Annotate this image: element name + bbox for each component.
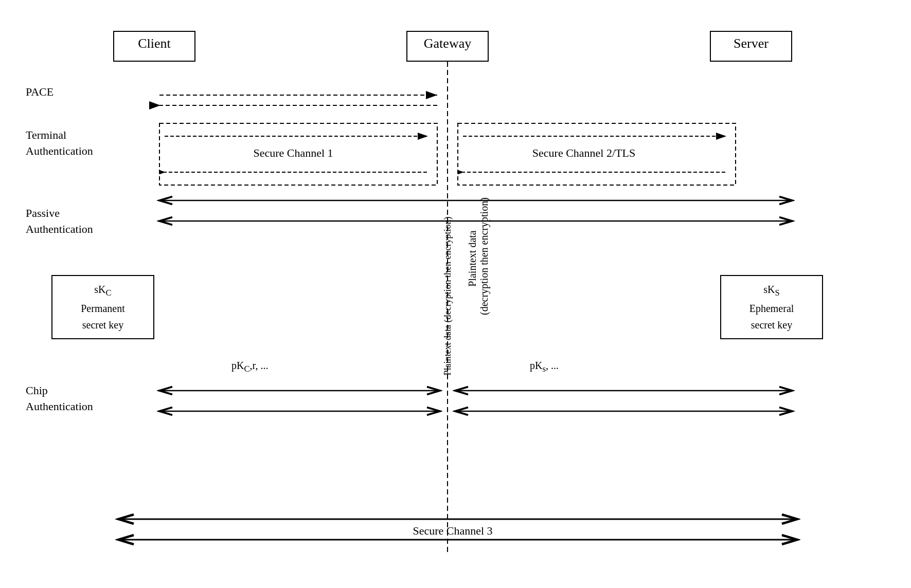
diagram-container: Client Gateway Server PACE TerminalAuthe… (0, 0, 911, 588)
plaintext-rotated-label: Plaintext data (decryption then encrypti… (432, 216, 463, 380)
pks-label: pKs, ... (530, 360, 559, 374)
sc3-label: Secure Channel 3 (309, 524, 597, 538)
pkc-label: pKC,r, ... (231, 360, 268, 374)
